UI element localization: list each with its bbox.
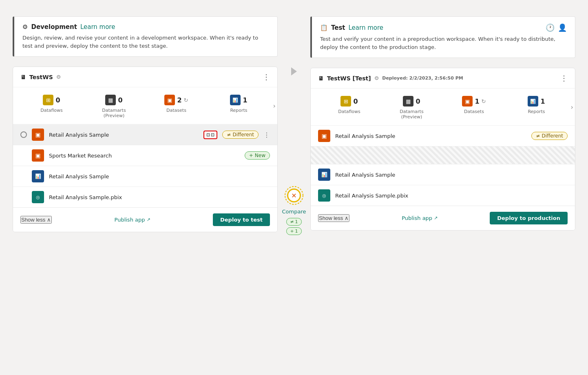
development-more-menu[interactable]: ⋮ <box>263 73 270 81</box>
test-item-retail-report: 📊 Retail Analysis Sample <box>311 164 575 185</box>
test-stat-dataflows: ⊞ 0 Dataflows <box>318 96 380 120</box>
test-show-less-btn[interactable]: Show less ∧ <box>318 214 349 222</box>
dev-publish-external-icon: ↗ <box>147 217 150 222</box>
compare-circle-container: ✕ <box>284 186 304 205</box>
dev-stat-dataflows: ⊞ 0 Dataflows <box>20 95 83 118</box>
test-card-header: 🖥 TestWS [Test] ⚙ Deployed: 2/2/2023, 2:… <box>311 68 575 89</box>
test-compare-icon[interactable]: 👤 <box>558 23 567 32</box>
test-dataflow-label: Dataflows <box>338 109 360 114</box>
chip-neq-symbol: ≠ <box>290 219 294 224</box>
test-stats-row: ⊞ 0 Dataflows ▦ 0 Datamarts(Preview) ▣ 1 <box>311 89 575 126</box>
dev-item1-name: Retail Analysis Sample <box>49 132 199 138</box>
test-item1-badge: ≠ Different <box>531 132 568 140</box>
test-dataset-count: 1 <box>475 98 479 105</box>
test-dataflow-count: 0 <box>353 98 358 105</box>
test-report-icon: 📊 <box>528 96 538 107</box>
datamart-count: 0 <box>118 96 122 104</box>
compare-chip-different: ≠ 1 <box>286 218 301 226</box>
test-workspace-card: 🖥 TestWS [Test] ⚙ Deployed: 2/2/2023, 2:… <box>310 68 575 231</box>
test-stats-chevron-right[interactable]: › <box>571 103 573 111</box>
test-icon: 📋 <box>320 24 328 31</box>
test-stat-datamarts: ▦ 0 Datamarts(Preview) <box>380 96 443 120</box>
dev-publish-label: Publish app <box>115 217 145 223</box>
dev-show-less-icon: ∧ <box>47 217 51 223</box>
development-banner: ⚙️ Development Learn more Design, review… <box>13 16 278 57</box>
compare-x-mark: ✕ <box>291 192 296 200</box>
dataflow-icon: ⊞ <box>43 95 53 105</box>
datamart-label: Datamarts(Preview) <box>102 108 126 118</box>
dataflow-count: 0 <box>55 96 60 104</box>
test-datamart-icon: ▦ <box>403 96 413 107</box>
test-deployed-info: Deployed: 2/2/2023, 2:56:50 PM <box>382 75 463 81</box>
test-workspace-icon: 🖥 <box>318 75 324 82</box>
dev-item1-badge: ≠ Different <box>222 131 259 139</box>
test-card-actions: ⋮ <box>560 74 568 82</box>
development-card-actions: ⋮ <box>263 73 270 81</box>
dev-item-retail-pbix: ◎ Retail Analysis Sample.pbix <box>13 187 277 207</box>
test-different-icon: ≠ <box>536 133 540 139</box>
test-publish-app-btn[interactable]: Publish app ↗ <box>402 215 438 221</box>
test-dataset-refresh-icon[interactable]: ↻ <box>482 98 486 104</box>
middle-connector: ✕ Compare ≠ 1 + 1 <box>278 16 310 235</box>
dev-item3-name: Retail Analysis Sample <box>49 173 270 180</box>
compare-label: Compare <box>282 209 306 215</box>
workspace-settings-icon[interactable]: ⚙ <box>56 74 61 80</box>
test-card-footer: Show less ∧ Publish app ↗ Deploy to prod… <box>311 206 575 230</box>
compare-widget: ✕ Compare ≠ 1 + 1 <box>282 186 306 235</box>
dev-item4-name: Retail Analysis Sample.pbix <box>49 194 270 200</box>
test-publish-external-icon: ↗ <box>434 215 438 221</box>
test-banner: 📋 Test Learn more 🕐 👤 Test and verify yo… <box>310 16 575 58</box>
dataset-count: 2 <box>177 96 181 104</box>
chip-plus-count: 1 <box>295 229 298 234</box>
dev-item-retail-report: 📊 Retail Analysis Sample <box>13 166 277 187</box>
test-item1-icon: ▣ <box>318 130 330 142</box>
stats-chevron-right[interactable]: › <box>273 102 276 110</box>
test-workspace-settings[interactable]: ⚙ <box>374 75 379 81</box>
different-icon: ≠ <box>227 132 231 138</box>
test-show-less-label: Show less <box>319 215 343 221</box>
compare-inner-circle: ✕ <box>287 189 301 202</box>
test-item4-icon: ◎ <box>318 189 330 202</box>
test-items-list: ▣ Retail Analysis Sample ≠ Different 📊 R… <box>311 126 575 206</box>
test-banner-body: Test and verify your content in a prepro… <box>320 35 567 51</box>
dev-item3-icon: 📊 <box>32 170 44 182</box>
dev-deploy-btn[interactable]: Deploy to test <box>213 213 270 226</box>
dataset-refresh-icon[interactable]: ↻ <box>184 97 188 103</box>
development-items-list: ▣ Retail Analysis Sample ⊡ ⊡ ≠ Different… <box>13 124 277 207</box>
datamart-icon: ▦ <box>105 95 116 105</box>
test-item-retail-pbix: ◎ Retail Analysis Sample.pbix <box>311 185 575 206</box>
development-stats-row: ⊞ 0 Dataflows ▦ 0 Datamarts(Preview) ▣ 2 <box>13 87 277 124</box>
compare-button[interactable]: ⊡ ⊡ <box>203 131 217 139</box>
development-learn-more-link[interactable]: Learn more <box>80 23 115 31</box>
dev-item-retail-dataset: ▣ Retail Analysis Sample ⊡ ⊡ ≠ Different… <box>13 124 277 145</box>
chip-neq-count: 1 <box>295 219 298 224</box>
test-more-menu[interactable]: ⋮ <box>560 74 568 82</box>
test-banner-title: 📋 Test Learn more 🕐 👤 <box>320 23 567 32</box>
test-report-count: 1 <box>540 98 545 105</box>
compare-icon: ⊡ <box>206 132 210 138</box>
report-icon: 📊 <box>230 95 241 105</box>
dataflow-label: Dataflows <box>40 108 63 113</box>
dev-item1-menu[interactable]: ⋮ <box>263 131 270 139</box>
development-title-text: Development <box>31 23 77 31</box>
development-banner-title: ⚙️ Development Learn more <box>22 23 269 31</box>
development-workspace-title: 🖥 TestWS ⚙ <box>20 74 61 80</box>
test-stage: 📋 Test Learn more 🕐 👤 Test and verify yo… <box>310 16 575 231</box>
test-learn-more-link[interactable]: Learn more <box>349 24 384 31</box>
dev-item2-icon: ▣ <box>32 149 44 162</box>
test-history-icon[interactable]: 🕐 <box>546 23 555 32</box>
test-stat-reports: 📊 1 Reports <box>505 96 568 120</box>
dev-stat-datasets: ▣ 2 ↻ Datasets <box>145 95 208 118</box>
item-radio-retail[interactable] <box>20 131 27 138</box>
test-deploy-btn[interactable]: Deploy to production <box>490 212 568 224</box>
dev-show-less-btn[interactable]: Show less ∧ <box>20 216 52 224</box>
test-dataflow-icon: ⊞ <box>340 96 351 107</box>
dev-item2-name: Sports Market Research <box>49 153 240 159</box>
dataset-icon: ▣ <box>164 95 175 105</box>
test-title-text: Test <box>331 24 345 31</box>
report-label: Reports <box>230 108 247 113</box>
dev-publish-app-btn[interactable]: Publish app ↗ <box>115 217 150 223</box>
test-item1-name: Retail Analysis Sample <box>335 133 526 139</box>
test-item4-name: Retail Analysis Sample.pbix <box>335 193 568 199</box>
test-item3-name: Retail Analysis Sample <box>335 172 568 178</box>
